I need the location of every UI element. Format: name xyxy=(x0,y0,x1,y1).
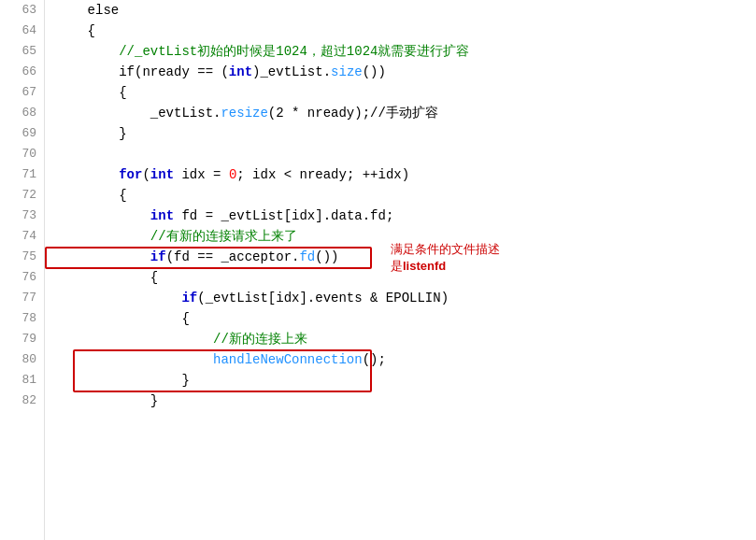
code-line-73: int fd = _evtList[idx].data.fd; xyxy=(56,206,745,226)
code-line-68: _evtList.resize(2 * nready);//手动扩容 xyxy=(56,103,745,123)
code-line-65: //_evtList初始的时候是1024，超过1024就需要进行扩容 xyxy=(56,41,745,62)
line-number-64: 64 xyxy=(7,21,36,41)
line-number-75: 75 xyxy=(7,247,36,267)
code-line-71: for(int idx = 0; idx < nready; ++idx) xyxy=(56,164,745,185)
code-line-63: else xyxy=(56,0,745,21)
line-number-66: 66 xyxy=(7,62,36,82)
code-line-66: if(nready == (int)_evtList.size()) xyxy=(56,62,745,82)
line-number-76: 76 xyxy=(7,267,36,288)
line-number-72: 72 xyxy=(7,185,36,206)
code-line-78: { xyxy=(56,308,745,329)
line-number-65: 65 xyxy=(7,41,36,62)
code-line-79: //新的连接上来 xyxy=(56,329,745,349)
annotation-line1: 满足条件的文件描述 xyxy=(391,242,500,256)
line-number-82: 82 xyxy=(7,391,36,411)
code-line-80: handleNewConnection(); xyxy=(56,349,745,370)
line-numbers: 6364656667686970717273747576777879808182 xyxy=(0,0,45,540)
line-number-77: 77 xyxy=(7,288,36,308)
code-area: else { //_evtList初始的时候是1024，超过1024就需要进行扩… xyxy=(45,0,756,540)
line-number-78: 78 xyxy=(7,308,36,329)
line-number-73: 73 xyxy=(7,206,36,226)
line-number-67: 67 xyxy=(7,82,36,103)
code-line-81: } xyxy=(56,370,745,391)
line-number-68: 68 xyxy=(7,103,36,123)
line-number-81: 81 xyxy=(7,370,36,391)
code-line-72: { xyxy=(56,185,745,206)
code-line-77: if(_evtList[idx].events & EPOLLIN) xyxy=(56,288,745,308)
line-number-79: 79 xyxy=(7,329,36,349)
line-number-63: 63 xyxy=(7,0,36,21)
code-line-70 xyxy=(56,144,745,164)
line-number-69: 69 xyxy=(7,123,36,144)
annotation-line2: 是listenfd xyxy=(391,259,446,273)
code-line-69: } xyxy=(56,123,745,144)
line-number-70: 70 xyxy=(7,144,36,164)
line-number-71: 71 xyxy=(7,164,36,185)
code-line-82: } xyxy=(56,391,745,411)
code-line-64: { xyxy=(56,21,745,41)
line-number-80: 80 xyxy=(7,349,36,370)
annotation-text: 满足条件的文件描述 是listenfd xyxy=(391,241,500,275)
code-container: 6364656667686970717273747576777879808182… xyxy=(0,0,756,540)
line-number-74: 74 xyxy=(7,226,36,247)
code-line-67: { xyxy=(56,82,745,103)
